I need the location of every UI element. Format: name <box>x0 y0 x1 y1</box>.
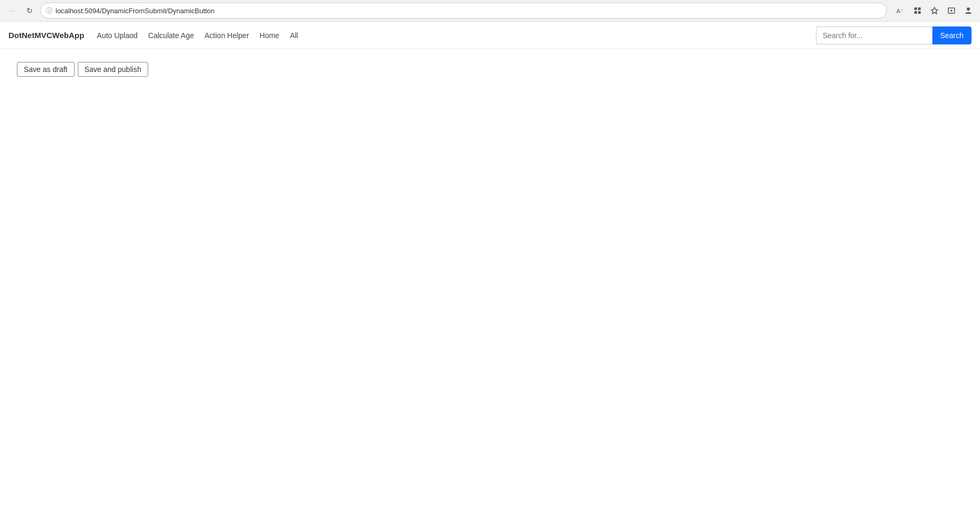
performance-icon-button[interactable]: A ↑ <box>893 3 908 18</box>
nav-auto-upload[interactable]: Auto Uplaod <box>97 29 138 42</box>
svg-marker-6 <box>931 7 938 14</box>
action-buttons: Save as draft Save and publish <box>17 62 963 77</box>
info-icon: ⓘ <box>46 6 52 15</box>
capture-button[interactable] <box>944 3 959 18</box>
svg-point-10 <box>967 7 970 11</box>
back-button[interactable]: ← <box>4 3 19 18</box>
favorites-button[interactable] <box>927 3 942 18</box>
main-content: Save as draft Save and publish <box>0 49 980 89</box>
search-button[interactable]: Search <box>932 26 972 44</box>
nav-all[interactable]: All <box>290 29 298 42</box>
svg-rect-3 <box>918 7 921 10</box>
svg-rect-5 <box>918 11 921 14</box>
address-bar[interactable]: ⓘ localhost:5094/DynamicFromSubmit/Dynam… <box>40 3 887 19</box>
svg-text:↑: ↑ <box>901 8 903 13</box>
extensions-button[interactable] <box>910 3 925 18</box>
save-draft-button[interactable]: Save as draft <box>17 62 75 77</box>
search-input[interactable] <box>816 26 932 44</box>
svg-rect-4 <box>914 11 917 14</box>
svg-text:A: A <box>896 8 901 14</box>
navbar: DotNetMVCWebApp Auto Uplaod Calculate Ag… <box>0 22 980 49</box>
refresh-button[interactable]: ↻ <box>22 3 37 18</box>
brand-label: DotNetMVCWebApp <box>8 31 84 40</box>
nav-links: Auto Uplaod Calculate Age Action Helper … <box>97 29 803 42</box>
save-publish-button[interactable]: Save and publish <box>78 62 148 77</box>
browser-controls: ← ↻ ⓘ localhost:5094/DynamicFromSubmit/D… <box>0 0 980 21</box>
profile-button[interactable] <box>961 3 976 18</box>
nav-action-helper[interactable]: Action Helper <box>205 29 249 42</box>
navbar-search: Search <box>816 26 972 44</box>
svg-rect-2 <box>914 7 917 10</box>
browser-chrome: ← ↻ ⓘ localhost:5094/DynamicFromSubmit/D… <box>0 0 980 22</box>
nav-home[interactable]: Home <box>260 29 279 42</box>
url-text: localhost:5094/DynamicFromSubmit/Dynamic… <box>56 7 881 15</box>
nav-calculate-age[interactable]: Calculate Age <box>148 29 194 42</box>
browser-toolbar-icons: A ↑ <box>893 3 976 18</box>
